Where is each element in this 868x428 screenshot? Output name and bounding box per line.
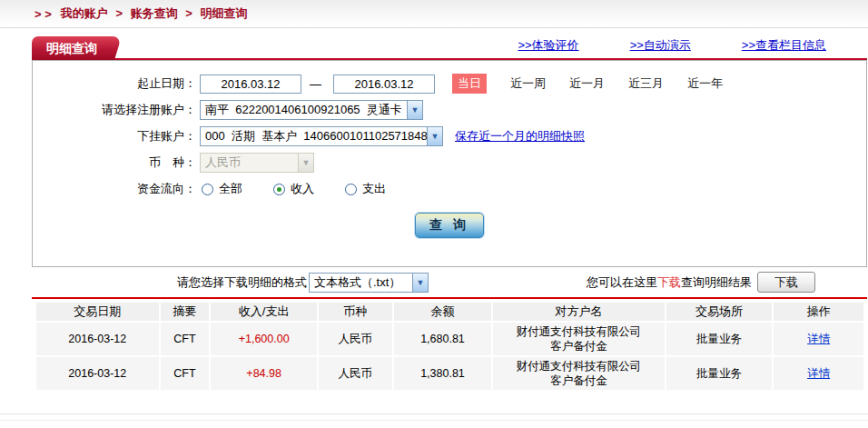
column-header: 摘要 [161, 303, 210, 321]
column-header: 币种 [319, 303, 392, 321]
download-format-select[interactable]: 文本格式（.txt） ▼ [309, 273, 429, 293]
account-row: 请选择注册账户： 南平 6222001406100921065 灵通卡 ▼ [33, 99, 866, 121]
red-divider [32, 297, 867, 299]
column-header: 对方户名 [493, 303, 664, 321]
column-header: 操作 [774, 303, 863, 321]
flow-row: 资金流向： 全部收入支出 [33, 178, 866, 200]
query-form-panel: 起止日期： — 当日 近一周近一月近三月近一年 请选择注册账户： 南平 6222… [32, 60, 867, 267]
currency-row: 币 种： 人民币 ▼ [33, 152, 866, 174]
table-header-row: 交易日期摘要收入/支出币种余额对方户名交易场所操作 [36, 303, 863, 321]
cell-place: 批量业务 [666, 323, 773, 355]
flow-option-label[interactable]: 支出 [362, 181, 386, 197]
cell-currency: 人民币 [319, 357, 392, 390]
download-format-value: 文本格式（.txt） [310, 274, 412, 292]
date-from-input[interactable] [200, 75, 301, 94]
cell-balance: 1,380.81 [394, 357, 492, 390]
cell-place: 批量业务 [666, 357, 773, 390]
breadcrumb-item-2[interactable]: 明细查询 [200, 6, 247, 20]
today-button[interactable]: 当日 [452, 74, 487, 94]
radio-unchecked-icon[interactable] [202, 184, 213, 195]
cell-counterparty: 财付通支付科技有限公司客户备付金 [493, 323, 664, 355]
download-hint-after: 查询明细结果 [681, 274, 752, 291]
sub-account-label: 下挂账户： [33, 128, 196, 144]
breadcrumb-separator: > [182, 6, 196, 20]
download-hint-before: 您可以在这里 [587, 274, 657, 291]
cell-counterparty: 财付通支付科技有限公司客户备付金 [493, 357, 664, 390]
tab-detail-query[interactable]: 明细查询 [32, 36, 110, 60]
cell-currency: 人民币 [319, 323, 392, 355]
cell-balance: 1,680.81 [394, 323, 492, 355]
link-experience-review[interactable]: >>体验评价 [518, 37, 578, 54]
transactions-table: 交易日期摘要收入/支出币种余额对方户名交易场所操作 2016-03-12CFT+… [35, 301, 865, 392]
quick-range-0[interactable]: 近一周 [510, 76, 546, 90]
quick-range-links: 近一周近一月近三月近一年 [487, 75, 723, 92]
flow-option-label[interactable]: 全部 [219, 181, 242, 197]
query-button[interactable]: 查 询 [415, 213, 484, 238]
breadcrumb-items: 我的账户 > 账务查询 > 明细查询 [52, 5, 248, 22]
download-row: 请您选择下载明细的格式 文本格式（.txt） ▼ 您可以在这里下载查询明细结果 … [0, 267, 868, 297]
cell-amount: +1,600.00 [211, 323, 317, 355]
download-button[interactable]: 下载 [757, 272, 815, 293]
flow-option-label[interactable]: 收入 [291, 181, 314, 197]
breadcrumb: > > 我的账户 > 账务查询 > 明细查询 [0, 0, 868, 28]
flow-label: 资金流向： [33, 181, 196, 197]
table-row: 2016-03-12CFT+1,600.00人民币1,680.81财付通支付科技… [36, 323, 863, 355]
date-range-label: 起止日期： [33, 75, 196, 92]
chevron-down-icon[interactable]: ▼ [407, 101, 422, 119]
flow-options: 全部收入支出 [196, 181, 411, 197]
flow-option-0[interactable]: 全部 [202, 181, 242, 197]
column-header: 交易场所 [666, 303, 773, 321]
account-label: 请选择注册账户： [33, 102, 196, 118]
chevron-down-icon: ▼ [298, 154, 313, 172]
sub-account-select[interactable]: 000 活期 基本户 1406600101102571848 ▼ [200, 126, 443, 146]
tab-label: 明细查询 [46, 41, 97, 55]
chevron-down-icon[interactable]: ▼ [427, 127, 442, 145]
breadcrumb-prefix: > > [35, 7, 52, 21]
flow-option-2[interactable]: 支出 [345, 181, 386, 197]
column-header: 交易日期 [36, 303, 159, 321]
date-dash: — [310, 77, 321, 91]
link-auto-demo[interactable]: >>自动演示 [630, 37, 691, 54]
detail-link[interactable]: 详情 [807, 333, 830, 345]
column-header: 收入/支出 [211, 303, 317, 321]
tab-row: 明细查询 >>体验评价>>自动演示>>查看栏目信息 [32, 36, 867, 60]
download-text-link[interactable]: 下载 [657, 274, 681, 291]
flow-option-1[interactable]: 收入 [273, 181, 314, 197]
chevron-down-icon[interactable]: ▼ [412, 274, 428, 292]
radio-checked-icon[interactable] [273, 184, 285, 195]
header-links: >>体验评价>>自动演示>>查看栏目信息 [518, 37, 826, 57]
link-view-column-info[interactable]: >>查看栏目信息 [742, 37, 826, 54]
download-hint: 您可以在这里下载查询明细结果 下载 [587, 272, 815, 293]
query-button-wrap: 查 询 [33, 213, 866, 238]
radio-unchecked-icon[interactable] [345, 184, 357, 195]
cell-action: 详情 [774, 323, 863, 355]
sub-account-select-value: 000 活期 基本户 1406600101102571848 [201, 127, 427, 145]
cell-date: 2016-03-12 [36, 357, 159, 390]
currency-select: 人民币 ▼ [200, 153, 314, 173]
currency-label: 币 种： [33, 154, 196, 171]
quick-range-3[interactable]: 近一年 [687, 76, 723, 90]
quick-range-2[interactable]: 近三月 [628, 76, 664, 90]
currency-select-value: 人民币 [201, 154, 298, 172]
date-range-row: 起止日期： — 当日 近一周近一月近三月近一年 [33, 73, 866, 95]
column-header: 余额 [394, 303, 492, 321]
breadcrumb-item-0[interactable]: 我的账户 [61, 6, 108, 20]
cell-summary: CFT [161, 357, 210, 390]
download-format-label: 请您选择下载明细的格式 [177, 274, 307, 291]
breadcrumb-item-1[interactable]: 账务查询 [131, 6, 178, 20]
account-select-value: 南平 6222001406100921065 灵通卡 [201, 101, 407, 119]
cell-action: 详情 [774, 357, 863, 390]
footer-divider [0, 413, 868, 421]
cell-amount: +84.98 [211, 357, 317, 390]
quick-range-1[interactable]: 近一月 [569, 76, 605, 90]
date-to-input[interactable] [333, 75, 435, 94]
cell-summary: CFT [161, 323, 210, 355]
account-select[interactable]: 南平 6222001406100921065 灵通卡 ▼ [200, 100, 423, 120]
breadcrumb-separator: > [113, 6, 126, 20]
save-snapshot-link[interactable]: 保存近一个月的明细快照 [455, 128, 585, 144]
detail-link[interactable]: 详情 [807, 367, 830, 380]
cell-date: 2016-03-12 [36, 323, 159, 355]
table-row: 2016-03-12CFT+84.98人民币1,380.81财付通支付科技有限公… [36, 357, 863, 390]
sub-account-row: 下挂账户： 000 活期 基本户 1406600101102571848 ▼ 保… [33, 125, 866, 147]
